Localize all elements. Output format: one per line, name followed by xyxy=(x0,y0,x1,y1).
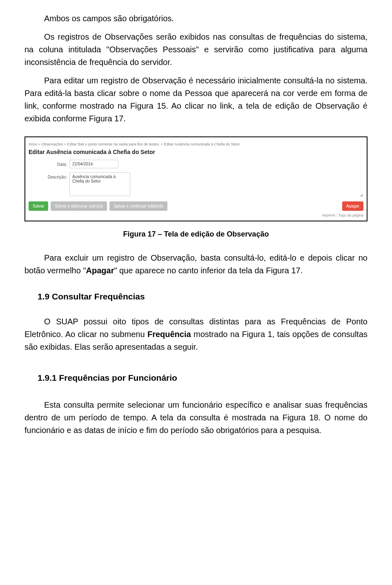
data-input[interactable] xyxy=(69,160,118,168)
page-title: Editar Ausência comunicada à Chefia do S… xyxy=(29,148,363,156)
footer-links: ImprimirTopo da página xyxy=(29,213,363,218)
paragraph: Ambos os campos são obrigatórios. xyxy=(24,12,368,25)
apagar-bold: Apagar xyxy=(86,266,114,275)
salvar-adicionar-button[interactable]: Salvar e adicionar outro(a) xyxy=(51,201,107,211)
subsection-heading: 1.9.1 Frequências por Funcionário xyxy=(38,371,368,385)
paragraph: O SUAP possui oito tipos de consultas di… xyxy=(24,315,368,353)
paragraph: Para editar um registro de Observação é … xyxy=(24,74,368,125)
breadcrumb: Início » Observações » Editar Bati o pon… xyxy=(29,141,363,148)
paragraph: Os registros de Observações serão exibid… xyxy=(24,31,368,69)
descricao-textarea[interactable] xyxy=(69,172,130,196)
screenshot-figure: Início » Observações » Editar Bati o pon… xyxy=(24,136,368,221)
salvar-continuar-button[interactable]: Salvar e continuar editando xyxy=(109,201,167,211)
data-label: Data: xyxy=(29,160,69,167)
topo-link[interactable]: Topo da página xyxy=(335,213,363,217)
apagar-button[interactable]: Apagar xyxy=(342,201,363,211)
paragraph: Para excluir um registro de Observação, … xyxy=(24,252,368,277)
figure-caption: Figura 17 – Tela de edição de Observação xyxy=(24,229,368,240)
paragraph: Esta consulta permite selecionar um func… xyxy=(24,399,368,437)
section-heading: 1.9 Consultar Frequências xyxy=(38,290,368,304)
descricao-label: Descrição: xyxy=(29,172,69,180)
frequencia-bold: Frequência xyxy=(147,330,191,339)
salvar-button[interactable]: Salvar xyxy=(29,201,48,211)
imprimir-link[interactable]: Imprimir xyxy=(322,213,336,217)
